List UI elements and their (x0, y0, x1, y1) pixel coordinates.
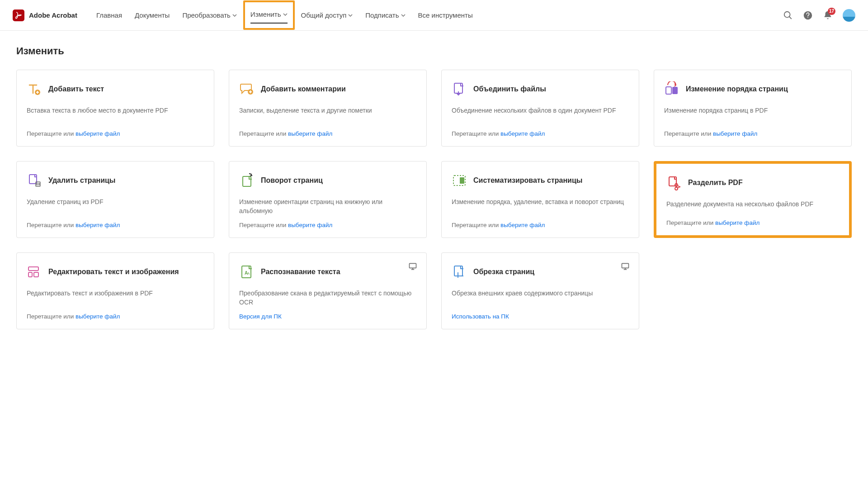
card-title: Систематизировать страницы (473, 176, 582, 185)
combine-icon (452, 81, 467, 97)
desktop-icon (408, 262, 417, 273)
main-content: Изменить Добавить текст Вставка текста в… (0, 31, 868, 344)
card-title: Распознавание текста (261, 267, 340, 276)
card-desc: Изменение порядка, удаление, вставка и п… (452, 198, 629, 215)
notifications-icon[interactable]: 17 (823, 10, 833, 20)
brand-name: Adobe Acrobat (29, 11, 77, 19)
card-title: Добавить комментарии (261, 85, 346, 94)
crop-icon (452, 264, 467, 280)
card-title: Объединить файлы (473, 85, 546, 94)
card-organize-pages[interactable]: Систематизировать страницы Изменение пор… (441, 161, 639, 238)
header-right: 17 (783, 9, 855, 22)
nav-convert[interactable]: Преобразовать (176, 1, 243, 29)
select-file-link[interactable]: выберите файл (288, 130, 332, 137)
nav-documents[interactable]: Документы (128, 1, 176, 29)
svg-rect-6 (666, 87, 671, 94)
organize-icon (452, 173, 467, 188)
select-file-link[interactable]: выберите файл (75, 130, 120, 137)
select-file-link[interactable]: выберите файл (715, 219, 760, 226)
avatar[interactable] (843, 9, 855, 22)
card-add-comments[interactable]: Добавить комментарии Записки, выделение … (229, 70, 427, 147)
card-desc: Редактировать текст и изображения в PDF (27, 289, 204, 307)
page-title: Изменить (16, 45, 852, 57)
select-file-link[interactable]: выберите файл (713, 130, 757, 137)
reorder-icon (664, 81, 679, 97)
card-footer: Перетащите или выберите файл (27, 222, 204, 228)
desktop-icon (621, 262, 630, 273)
main-nav: Главная Документы Преобразовать Изменить… (90, 0, 479, 30)
svg-rect-16 (28, 267, 38, 271)
ocr-icon: AA (239, 264, 255, 280)
card-title: Изменение порядка страниц (686, 85, 788, 94)
chevron-down-icon (232, 13, 237, 18)
card-footer: Перетащите или выберите файл (239, 222, 416, 228)
card-reorder-pages[interactable]: Изменение порядка страниц Изменение поря… (654, 70, 852, 147)
card-combine-files[interactable]: Объединить файлы Объединение нескольких … (441, 70, 639, 147)
nav-edit[interactable]: Изменить (243, 0, 295, 30)
svg-rect-12 (460, 177, 464, 184)
card-footer: Перетащите или выберите файл (27, 313, 204, 320)
card-footer: Перетащите или выберите файл (27, 130, 204, 137)
svg-rect-18 (34, 272, 38, 277)
tool-grid: Добавить текст Вставка текста в любое ме… (16, 70, 852, 329)
card-desc: Удаление страниц из PDF (27, 198, 204, 215)
chevron-down-icon (348, 13, 353, 18)
select-file-link[interactable]: выберите файл (288, 222, 332, 228)
card-desc: Обрезка внешних краев содержимого страни… (452, 289, 629, 307)
comment-icon (239, 81, 255, 97)
svg-rect-17 (28, 272, 32, 277)
nav-sign[interactable]: Подписать (359, 1, 411, 29)
card-edit-text-images[interactable]: Редактировать текст и изображения Редакт… (16, 252, 214, 329)
select-file-link[interactable]: выберите файл (75, 313, 120, 320)
search-icon[interactable] (783, 10, 793, 20)
nav-home[interactable]: Главная (90, 1, 128, 29)
svg-rect-23 (622, 264, 629, 268)
notification-badge: 17 (828, 8, 835, 15)
card-desc: Объединение нескольких файлов в один док… (452, 106, 629, 124)
card-rotate-pages[interactable]: Поворот страниц Изменение ориентации стр… (229, 161, 427, 238)
select-file-link[interactable]: выберите файл (500, 130, 545, 137)
desktop-link[interactable]: Использовать на ПК (452, 313, 509, 320)
card-desc: Разделение документа на несколько файлов… (666, 200, 839, 213)
card-title: Удалить страницы (48, 176, 116, 185)
brand[interactable]: Adobe Acrobat (13, 10, 77, 21)
card-desc: Преобразование скана в редактируемый тек… (239, 289, 416, 307)
card-footer: Перетащите или выберите файл (452, 222, 629, 228)
card-delete-pages[interactable]: Удалить страницы Удаление страниц из PDF… (16, 161, 214, 238)
svg-point-2 (807, 17, 808, 18)
add-text-icon (27, 81, 42, 97)
delete-pages-icon (27, 173, 42, 188)
nav-all-tools[interactable]: Все инструменты (412, 1, 479, 29)
card-desc: Вставка текста в любое место в документе… (27, 106, 204, 124)
select-file-link[interactable]: выберите файл (500, 222, 545, 228)
svg-text:A: A (247, 271, 250, 276)
chevron-down-icon (283, 12, 288, 17)
card-title: Поворот страниц (261, 176, 323, 185)
card-footer: Перетащите или выберите файл (664, 130, 841, 137)
card-footer: Перетащите или выберите файл (666, 219, 839, 226)
card-footer: Использовать на ПК (452, 313, 629, 320)
svg-rect-19 (410, 264, 416, 268)
rotate-icon (239, 173, 255, 188)
card-split-pdf[interactable]: Разделить PDF Разделение документа на не… (654, 161, 852, 238)
nav-share[interactable]: Общий доступ (295, 1, 359, 29)
svg-rect-7 (672, 87, 678, 94)
help-icon[interactable] (803, 10, 813, 20)
card-footer: Версия для ПК (239, 313, 416, 320)
svg-point-15 (675, 187, 678, 190)
card-title: Редактировать текст и изображения (48, 267, 179, 276)
card-ocr[interactable]: AA Распознавание текста Преобразование с… (229, 252, 427, 329)
desktop-link[interactable]: Версия для ПК (239, 313, 282, 320)
edit-text-images-icon (27, 264, 42, 280)
card-footer: Перетащите или выберите файл (239, 130, 416, 137)
header-left: Adobe Acrobat Главная Документы Преобраз… (13, 0, 479, 30)
app-header: Adobe Acrobat Главная Документы Преобраз… (0, 0, 868, 31)
card-title: Обрезка страниц (473, 267, 534, 276)
card-footer: Перетащите или выберите файл (452, 130, 629, 137)
card-title: Добавить текст (48, 85, 104, 94)
card-title: Разделить PDF (688, 178, 743, 187)
card-crop-pages[interactable]: Обрезка страниц Обрезка внешних краев со… (441, 252, 639, 329)
select-file-link[interactable]: выберите файл (75, 222, 120, 228)
card-add-text[interactable]: Добавить текст Вставка текста в любое ме… (16, 70, 214, 147)
svg-rect-10 (243, 176, 251, 186)
